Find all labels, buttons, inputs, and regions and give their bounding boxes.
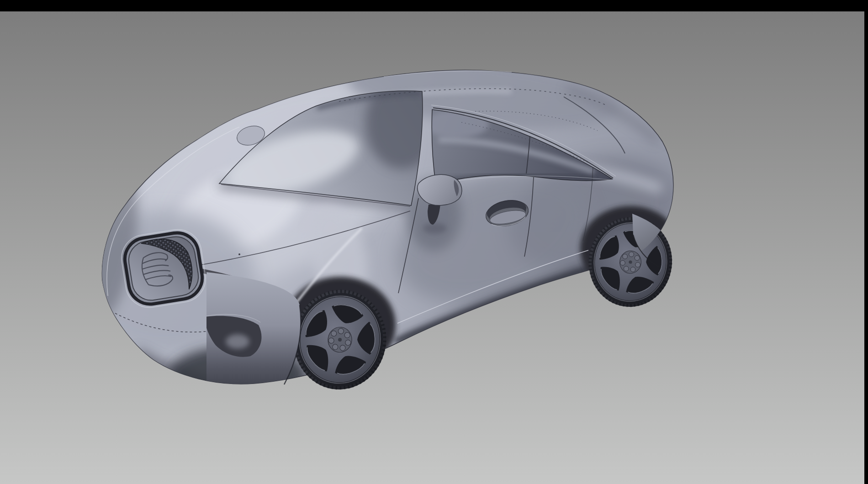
intake-fin [226,334,249,349]
right-letterbox-bar [864,0,868,484]
surface-fleck [238,253,240,255]
top-letterbox-bar [0,0,868,11]
application-window [0,0,868,484]
